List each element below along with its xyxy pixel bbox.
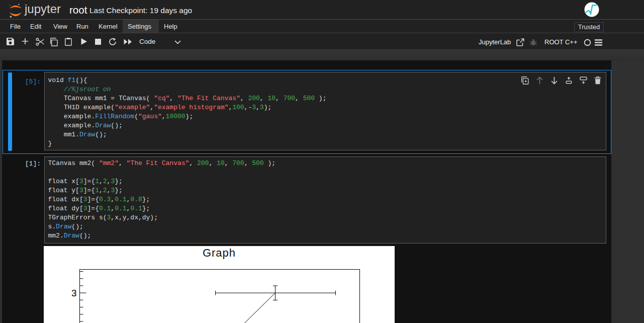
svg-text:Graph: Graph — [203, 247, 236, 259]
svg-text:3: 3 — [71, 288, 77, 298]
